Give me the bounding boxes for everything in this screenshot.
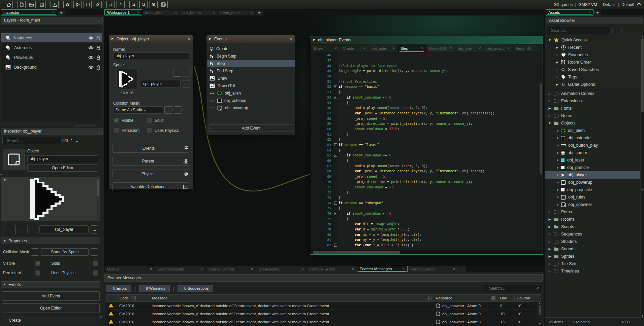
event-item-begin-step[interactable]: Begin Step (207, 52, 295, 60)
close-icon[interactable]: × (421, 46, 423, 51)
inspector-search[interactable]: Search... (2, 137, 60, 144)
home-button[interactable] (5, 1, 13, 8)
tree-item-game-options[interactable]: ▶Game Options (545, 81, 640, 88)
column-header-column[interactable]: Column (515, 295, 536, 301)
uses-physics-checkbox[interactable] (147, 128, 152, 133)
tree-item-favourites[interactable]: ▷Favourites (545, 51, 640, 59)
zoom-in-button[interactable] (150, 1, 158, 8)
expand-icon[interactable]: ▷ (555, 75, 559, 79)
tree-group-fonts[interactable]: ▶Fonts (545, 105, 640, 112)
sprite-preview-scrollbar[interactable] (97, 179, 99, 196)
event-row-create[interactable]: Create (2, 316, 96, 325)
sort-icon[interactable]: ^ (131, 296, 136, 300)
asset-obj-powerup[interactable]: obj_powerup (545, 179, 640, 186)
column-header-code[interactable]: Code^ (118, 295, 150, 301)
sprite-more-button[interactable]: ... (182, 80, 190, 87)
tree-group-objects[interactable]: ▼Objects (545, 119, 640, 127)
add-event-button[interactable]: Add Event (2, 291, 100, 301)
eye-icon[interactable] (88, 56, 94, 60)
asset-obj-rules[interactable]: obj_rules (545, 193, 640, 201)
sort-icon[interactable]: ^ (428, 296, 431, 300)
clean-button[interactable] (94, 1, 102, 8)
fold-toggle[interactable]: − (333, 202, 338, 205)
column-header-resource[interactable]: Resource^ (434, 295, 498, 301)
close-icon[interactable]: × (137, 10, 139, 15)
feather-message-row[interactable]: GM2016Instance variable 'spawn_x' declar… (106, 318, 541, 326)
tab-feather-messages[interactable]: Feather Messages× (357, 266, 408, 272)
tree-group-paths[interactable]: ▷Paths (545, 208, 640, 216)
open-editor-button-2[interactable]: Open Editor (2, 303, 100, 313)
feather-search[interactable]: Search... × (485, 285, 541, 292)
uses-physics-checkbox[interactable] (93, 270, 98, 276)
event-item-end-step[interactable]: End Step (207, 67, 295, 75)
edit-image-button[interactable] (183, 69, 191, 77)
tree-item-room-order[interactable]: ▶Room Order (545, 59, 640, 66)
tree-group-timelines[interactable]: ▷Timelines (545, 267, 640, 275)
expand-icon[interactable]: ▷ (548, 269, 551, 273)
close-icon[interactable]: × (175, 10, 177, 15)
new-sprite-button[interactable] (3, 225, 13, 234)
close-icon[interactable]: × (150, 267, 152, 271)
events-button[interactable]: Events (112, 144, 189, 153)
event-item-obj-powerup[interactable]: obj_powerup (207, 104, 295, 112)
event-item-step[interactable]: Step (207, 60, 295, 67)
fold-toggle[interactable]: − (333, 143, 338, 146)
fold-toggle[interactable]: − (333, 244, 338, 247)
persistent-checkbox[interactable] (35, 270, 40, 276)
close-icon[interactable]: × (402, 266, 405, 271)
tree-item-recent[interactable]: ▶Recent (545, 44, 640, 51)
object-name-input[interactable]: obj_player (113, 52, 189, 59)
edit-image-button[interactable] (27, 225, 37, 234)
expand-icon[interactable]: ▷ (548, 99, 551, 103)
tree-group-extensions[interactable]: ▷Extensions (545, 97, 640, 105)
settings-button[interactable] (106, 1, 115, 8)
tab-new-tab[interactable]: + (255, 9, 263, 15)
feather-message-row[interactable]: GM2016Instance variable 'spawn_x' declar… (106, 302, 541, 310)
expand-icon[interactable]: ▶ (548, 107, 551, 110)
close-icon[interactable]: × (334, 46, 337, 51)
solid-checkbox[interactable] (147, 118, 152, 123)
column-header-line[interactable]: Line (498, 295, 515, 301)
tab-room-main[interactable]: room_main× (218, 9, 255, 15)
close-icon[interactable]: × (200, 267, 203, 271)
event-item-draw-gui[interactable]: Draw GUI (207, 82, 295, 89)
suggestions-filter-button[interactable]: 0 Suggestions (178, 285, 213, 292)
tree-group-sprites[interactable]: ▶Sprites (545, 253, 640, 260)
collision-edit-button[interactable] (174, 106, 182, 114)
close-icon[interactable]: × (363, 46, 366, 51)
expand-icon[interactable]: ▷ (548, 114, 551, 117)
collapse-right-panel-chevron[interactable]: » (641, 187, 643, 191)
workspace-layout-button[interactable] (160, 1, 168, 8)
expand-icon[interactable]: ▷ (548, 92, 551, 95)
asset-obj-alien[interactable]: obj_alien (545, 127, 640, 134)
code-tab-begin-st[interactable]: Begin St... (513, 45, 542, 52)
sprite-thumbnail[interactable] (117, 69, 137, 89)
sprite-name-field[interactable]: spr_player (141, 80, 181, 87)
tree-item-saved-searches[interactable]: ▷Saved Searches (545, 66, 640, 73)
expand-icon[interactable]: ▶ (548, 247, 551, 251)
visible-checkbox[interactable] (114, 118, 119, 123)
feather-scrollbar[interactable]: ▲▼ (538, 302, 541, 325)
close-icon[interactable]: × (188, 37, 190, 42)
tab-prefab-library[interactable]: Prefab Library× (408, 266, 458, 272)
collapse-left-panel-chevron[interactable]: « (0, 172, 2, 176)
tree-item-quick-access[interactable]: ▼Quick Access (545, 36, 640, 44)
code-tab-obj-alien[interactable]: obj_alien× (455, 45, 484, 52)
expand-icon[interactable]: ▶ (555, 46, 559, 49)
code-tab-draw-gui[interactable]: Draw GUI× (426, 45, 455, 52)
close-icon[interactable]: × (507, 46, 510, 51)
expand-icon[interactable]: ▶ (555, 61, 559, 64)
open-editor-button[interactable]: Open Editor (27, 164, 98, 172)
expand-icon[interactable]: ▷ (548, 262, 551, 265)
layer-row-background[interactable]: Background (1, 63, 102, 72)
asset-obj-asteroid[interactable]: obj_asteroid (545, 134, 640, 142)
save-project-button[interactable] (38, 1, 46, 8)
sort-icon[interactable]: ^ (491, 296, 495, 300)
asset-obj-spawner[interactable]: obj_spawner (545, 201, 640, 208)
collapse-icon[interactable] (313, 39, 316, 41)
add-event-button[interactable]: Add Event (209, 124, 293, 132)
event-item-create[interactable]: Create (207, 45, 295, 52)
asset-obj-projectile[interactable]: obj_projectile (545, 186, 640, 193)
zoom-reset-button[interactable] (139, 1, 148, 8)
object-window-titlebar[interactable]: Object: obj_player × (109, 35, 193, 43)
